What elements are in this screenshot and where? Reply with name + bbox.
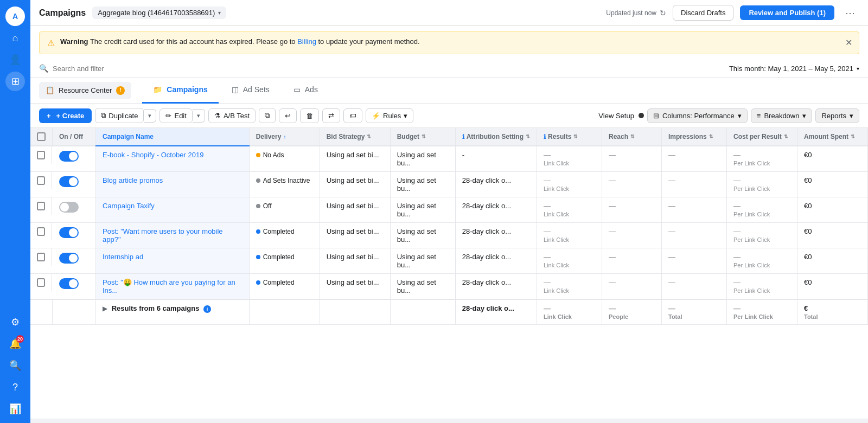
header-cost-per-result[interactable]: Cost per Result⇅	[727, 128, 797, 146]
results-value: —	[544, 176, 595, 184]
swap-button[interactable]: ⇄	[322, 108, 340, 123]
row-cpr-cell: — Per Link Click	[727, 172, 797, 197]
publish-button[interactable]: Review and Publish (1)	[740, 5, 834, 20]
delivery-badge: Completed	[256, 228, 295, 235]
row-checkbox[interactable]	[37, 151, 45, 159]
copy-button[interactable]: ⧉	[259, 108, 276, 123]
campaign-toggle[interactable]	[59, 151, 79, 162]
delete-button[interactable]: 🗑	[300, 108, 319, 123]
row-budget-cell: Using ad set bu...	[390, 197, 455, 223]
notification-icon[interactable]: 🔔 20	[5, 334, 25, 354]
rules-button[interactable]: ⚡ Rules ▾	[366, 108, 413, 123]
impressions-value: —	[668, 151, 720, 159]
discard-button[interactable]: Discard Drafts	[673, 5, 733, 21]
row-impressions-cell: —	[662, 172, 727, 197]
reports-button[interactable]: Reports ▾	[815, 108, 859, 123]
row-results-cell: — Link Click	[537, 248, 602, 274]
campaign-name-link[interactable]: Blog article promos	[103, 176, 163, 184]
row-checkbox[interactable]	[37, 253, 45, 261]
results-sub: Link Click	[544, 185, 595, 192]
create-button[interactable]: + + Create	[39, 108, 92, 123]
row-amount-cell: €0	[797, 248, 868, 274]
tag-button[interactable]: 🏷	[343, 108, 362, 123]
campaign-toggle[interactable]	[59, 253, 79, 264]
campaign-name-link[interactable]: Campaign Taxify	[103, 202, 155, 210]
results-sub: Link Click	[544, 236, 595, 243]
resource-center-icon: 📋	[46, 86, 54, 94]
campaign-name-link[interactable]: Post: "🤑 How much are you paying for an …	[103, 278, 235, 294]
delete-icon: 🗑	[306, 112, 313, 120]
table-row: E-book - Shopify - October 2019 No Ads U…	[30, 146, 868, 172]
undo-button[interactable]: ↩	[279, 108, 297, 123]
settings-icon[interactable]: ⚙	[5, 312, 25, 332]
campaign-toggle[interactable]	[59, 176, 79, 187]
search-sidebar-icon[interactable]: 🔍	[5, 356, 25, 375]
attr-value: 28-day click o...	[462, 176, 530, 184]
results-info-icon[interactable]: ℹ	[544, 133, 546, 140]
header-reach[interactable]: Reach⇅	[602, 128, 662, 146]
row-checkbox[interactable]	[37, 278, 45, 287]
row-impressions-cell: —	[662, 197, 727, 223]
ab-test-button[interactable]: ⚗ A/B Test	[208, 108, 256, 123]
campaign-toggle[interactable]	[59, 202, 79, 213]
more-options-button[interactable]: ⋯	[841, 5, 859, 21]
summary-info-icon[interactable]: i	[203, 305, 211, 313]
breakdown-chevron-icon: ▾	[802, 112, 806, 120]
warning-close-button[interactable]: ✕	[845, 37, 852, 48]
row-checkbox[interactable]	[37, 176, 45, 185]
attr-info-icon[interactable]: ℹ	[462, 133, 464, 140]
grid-icon[interactable]: ⊞	[5, 72, 25, 91]
campaign-name-link[interactable]: E-book - Shopify - October 2019	[103, 151, 203, 159]
home-icon[interactable]: ⌂	[5, 28, 25, 48]
help-icon[interactable]: ?	[5, 377, 25, 397]
duplicate-button[interactable]: ⧉ Duplicate	[95, 108, 144, 123]
duplicate-dropdown[interactable]: ▾	[144, 109, 156, 123]
summary-cpr: —	[733, 304, 790, 312]
view-setup-button[interactable]: View Setup	[598, 112, 644, 120]
campaign-toggle[interactable]	[59, 278, 79, 289]
edit-button[interactable]: ✏ Edit	[159, 108, 192, 123]
edit-dropdown[interactable]: ▾	[193, 109, 205, 123]
header-amount-spent[interactable]: Amount Spent⇅	[797, 128, 868, 146]
header-bid-strategy[interactable]: Bid Strategy⇅	[320, 128, 390, 146]
row-checkbox[interactable]	[37, 227, 45, 236]
campaign-toggle[interactable]	[59, 227, 79, 238]
header-delivery[interactable]: Delivery ↑	[249, 128, 320, 146]
header-results[interactable]: ℹ Results ⇅	[537, 128, 602, 146]
row-checkbox[interactable]	[37, 202, 45, 210]
budget-value: Using ad set bu...	[397, 227, 449, 243]
header-checkbox[interactable]	[30, 128, 53, 146]
table-row: Campaign Taxify Off Using ad set bi... U…	[30, 197, 868, 223]
analytics-icon[interactable]: 📊	[5, 399, 25, 419]
impressions-value: —	[668, 202, 720, 210]
ab-icon: ⚗	[214, 112, 221, 120]
row-delivery-cell: Ad Sets Inactive	[249, 172, 320, 197]
account-selector[interactable]: Aggregate blog (1464617003588691) ▾	[92, 7, 226, 19]
refresh-icon[interactable]: ↻	[660, 9, 666, 17]
header-budget[interactable]: Budget⇅	[390, 128, 455, 146]
avatar[interactable]: A	[5, 7, 25, 26]
campaign-name-link[interactable]: Internship ad	[103, 253, 143, 261]
breakdown-button[interactable]: ≡ Breakdown ▾	[751, 108, 813, 123]
search-input[interactable]	[53, 65, 725, 73]
tab-ads[interactable]: ▭ Ads	[283, 78, 329, 104]
delivery-status: No Ads	[263, 151, 284, 159]
tab-campaigns[interactable]: 📁 Campaigns	[142, 78, 218, 104]
resource-center-button[interactable]: 📋 Resource Center !	[39, 82, 131, 99]
ads-tab-icon: ▭	[293, 85, 301, 94]
user-icon[interactable]: 👤	[5, 50, 25, 69]
billing-link[interactable]: Billing	[297, 37, 316, 46]
budget-value: Using ad set bu...	[397, 278, 449, 294]
tab-adsets[interactable]: ◫ Ad Sets	[221, 78, 280, 104]
budget-value: Using ad set bu...	[397, 176, 449, 193]
select-all-checkbox[interactable]	[37, 132, 46, 141]
date-range-selector[interactable]: This month: May 1, 2021 – May 5, 2021 ▾	[729, 65, 859, 73]
columns-button[interactable]: ⊟ Columns: Performance ▾	[647, 108, 748, 123]
expand-button[interactable]: ▶	[103, 305, 107, 312]
campaign-name-link[interactable]: Post: "Want more users to your mobile ap…	[103, 227, 223, 243]
summary-impressions-cell: — Total	[662, 299, 727, 325]
header-impressions[interactable]: Impressions⇅	[662, 128, 727, 146]
delivery-badge: Completed	[256, 279, 295, 286]
header-attribution[interactable]: ℹ Attribution Setting ⇅	[455, 128, 537, 146]
summary-checkbox-cell	[30, 299, 53, 325]
